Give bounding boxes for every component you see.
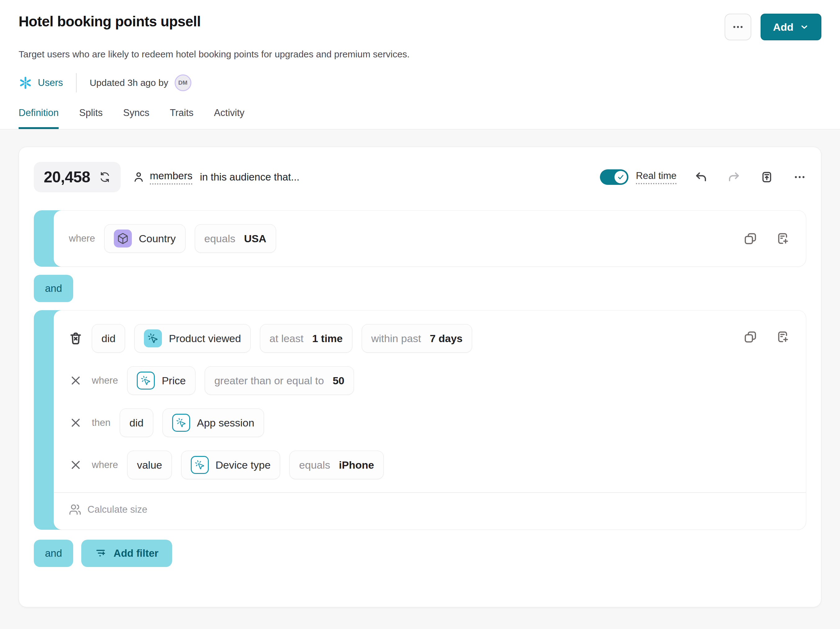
filter-plus-icon — [95, 547, 107, 559]
time-window-chip[interactable]: within past 7 days — [362, 324, 472, 353]
operator-value: iPhone — [339, 459, 374, 471]
close-icon — [70, 417, 82, 429]
bottom-actions: and Add filter — [34, 540, 806, 567]
archive-box-up-button[interactable] — [760, 170, 773, 184]
chevron-down-icon — [800, 22, 809, 32]
ellipsis-icon — [793, 170, 806, 184]
duplicate-condition-button[interactable] — [743, 232, 758, 246]
operator-chip-price[interactable]: greater than or equal to 50 — [205, 366, 354, 395]
note-add-icon — [775, 232, 790, 246]
divider — [54, 492, 806, 493]
audience-definition-panel: 20,458 members in this audience that.. — [19, 147, 821, 607]
snowflake-icon — [19, 76, 32, 90]
header-actions: Add — [725, 14, 821, 40]
tab-splits[interactable]: Splits — [79, 107, 103, 129]
value-label: value — [137, 459, 162, 471]
frequency-operator: at least — [270, 333, 304, 345]
remove-condition-button[interactable] — [69, 459, 82, 471]
history-actions — [695, 170, 806, 184]
card-actions — [743, 232, 790, 246]
and-connector[interactable]: and — [34, 275, 73, 302]
add-button[interactable]: Add — [761, 14, 821, 40]
value-chip[interactable]: value — [127, 451, 172, 479]
tab-bar: Definition Splits Syncs Traits Activity — [19, 107, 821, 129]
operator-label: equals — [204, 233, 235, 245]
event-chip-product-viewed[interactable]: Product viewed — [134, 324, 250, 353]
event-property-icon — [191, 456, 209, 474]
toggle-knob — [614, 171, 627, 183]
frequency-chip[interactable]: at least 1 time — [260, 324, 352, 353]
page-description: Target users who are likely to redeem ho… — [19, 49, 821, 60]
remove-condition-button[interactable] — [69, 375, 82, 386]
page-header: Hotel booking points upsell Add Target u… — [0, 0, 840, 129]
more-actions-button[interactable] — [793, 170, 806, 184]
tab-activity[interactable]: Activity — [214, 107, 245, 129]
duplicate-condition-button[interactable] — [743, 330, 758, 344]
did-chip[interactable]: did — [92, 324, 125, 353]
condition-row: where Country equals USA — [69, 224, 791, 253]
main-content: 20,458 members in this audience that.. — [0, 129, 840, 607]
members-link[interactable]: members — [150, 170, 193, 184]
subcondition-row-app-session: then did App session — [69, 408, 791, 437]
window-operator: within past — [371, 333, 421, 345]
refresh-count-button[interactable] — [99, 171, 111, 183]
more-options-button[interactable] — [725, 14, 751, 40]
tab-definition[interactable]: Definition — [19, 107, 58, 129]
and-connector-bottom[interactable]: and — [34, 540, 73, 567]
property-label: Device type — [216, 459, 271, 471]
avatar: DM — [175, 74, 191, 91]
calculate-size-button[interactable]: Calculate size — [69, 493, 147, 516]
realtime-control: Real time — [600, 169, 677, 185]
close-icon — [70, 459, 82, 471]
realtime-toggle[interactable] — [600, 169, 628, 185]
did-chip[interactable]: did — [120, 408, 153, 437]
property-chip-country[interactable]: Country — [104, 224, 185, 253]
event-icon — [144, 329, 162, 347]
add-button-label: Add — [773, 21, 793, 33]
add-note-button[interactable] — [775, 330, 790, 344]
event-chip-app-session[interactable]: App session — [163, 408, 264, 437]
ellipsis-icon — [732, 21, 744, 33]
delete-event-button[interactable] — [69, 331, 82, 345]
property-label: Country — [139, 233, 175, 245]
entity-link-users[interactable]: Users — [19, 76, 63, 90]
check-icon — [617, 173, 625, 181]
refresh-icon — [99, 171, 111, 183]
where-label: where — [69, 233, 95, 244]
add-note-button[interactable] — [775, 232, 790, 246]
card-actions — [743, 330, 790, 344]
page-title: Hotel booking points upsell — [19, 13, 201, 30]
property-chip-price[interactable]: Price — [127, 366, 195, 395]
where-label: where — [92, 375, 118, 386]
condition-card: did Product viewed at least 1 — [54, 310, 806, 530]
person-icon — [133, 171, 145, 183]
then-label: then — [92, 417, 111, 428]
operator-chip-device-type[interactable]: equals iPhone — [289, 451, 384, 479]
redo-button[interactable] — [727, 170, 741, 184]
property-label: Price — [162, 375, 185, 387]
builder-toolbar: 20,458 members in this audience that.. — [34, 162, 806, 192]
event-icon — [172, 414, 190, 432]
close-icon — [70, 375, 82, 386]
audience-suffix-text: in this audience that... — [200, 171, 299, 183]
event-label: App session — [197, 417, 254, 429]
tab-traits[interactable]: Traits — [170, 107, 193, 129]
trash-x-icon — [69, 331, 82, 345]
condition-group-2: did Product viewed at least 1 — [34, 310, 806, 530]
condition-group-1: where Country equals USA — [34, 210, 806, 267]
window-value: 7 days — [429, 333, 463, 345]
copy-icon — [743, 330, 758, 344]
subcondition-row-device-type: where value Device type — [69, 451, 791, 479]
tab-syncs[interactable]: Syncs — [123, 107, 149, 129]
redo-icon — [727, 170, 741, 184]
realtime-label[interactable]: Real time — [636, 170, 677, 184]
undo-button[interactable] — [695, 170, 707, 184]
event-label: Product viewed — [169, 333, 241, 345]
property-chip-device-type[interactable]: Device type — [181, 451, 280, 479]
archive-box-up-icon — [760, 170, 773, 184]
remove-condition-button[interactable] — [69, 417, 82, 429]
members-line: members in this audience that... — [133, 170, 300, 184]
operator-chip-country[interactable]: equals USA — [195, 224, 276, 253]
add-filter-button[interactable]: Add filter — [81, 540, 172, 567]
frequency-value: 1 time — [312, 333, 343, 345]
